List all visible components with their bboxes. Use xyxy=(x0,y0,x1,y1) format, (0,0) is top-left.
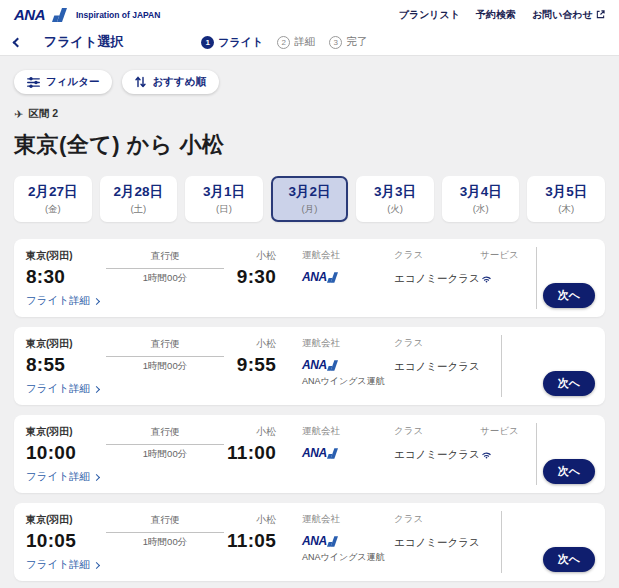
departure-column: 東京(羽田) 10:00 xyxy=(26,425,106,464)
chevron-right-icon xyxy=(93,297,100,304)
date-tab-mar4[interactable]: 3月4日(水) xyxy=(442,176,520,222)
date-label: 3月4日 xyxy=(460,183,502,201)
cabin-class: エコノミークラス xyxy=(394,448,474,462)
flight-path-column: 直行便 1時間00分 xyxy=(106,249,224,288)
flight-path-column: 直行便 1時間00分 xyxy=(106,513,224,564)
flight-card-action-area: 次へ xyxy=(501,327,605,405)
flight-card-content: 東京(羽田) 10:00 直行便 1時間00分 小松 11:00 xyxy=(14,415,536,493)
arrival-time: 9:55 xyxy=(237,354,276,376)
ana-logo-text: ANA xyxy=(302,446,327,460)
page-title: フライト選択 xyxy=(44,33,123,51)
wifi-icon xyxy=(480,446,536,464)
nav-reservation-search-label: 予約検索 xyxy=(476,8,516,22)
flight-details-label: フライト詳細 xyxy=(26,382,90,396)
class-column: クラス エコノミークラス xyxy=(394,513,474,564)
destination-airport: 小松 xyxy=(256,425,276,439)
origin-airport: 東京(羽田) xyxy=(26,513,106,527)
carrier-logo: ANA xyxy=(302,358,394,372)
carrier-logo: ANA xyxy=(302,446,394,460)
carrier-label: 運航会社 xyxy=(302,249,394,262)
flight-type: 直行便 xyxy=(151,426,180,439)
flight-card-content: 東京(羽田) 8:30 直行便 1時間00分 小松 9:30 xyxy=(14,239,536,317)
weekday-label: (月) xyxy=(302,203,318,216)
flight-path-line xyxy=(106,444,224,445)
flight-type: 直行便 xyxy=(151,514,180,527)
class-label: クラス xyxy=(394,513,474,526)
carrier-column: 運航会社 ANA xyxy=(302,425,394,464)
class-label: クラス xyxy=(394,337,474,350)
next-button[interactable]: 次へ xyxy=(543,283,595,308)
carrier-column: 運航会社 ANA xyxy=(302,249,394,288)
class-column: クラス エコノミークラス xyxy=(394,425,474,464)
date-tab-mar5[interactable]: 3月5日(木) xyxy=(527,176,605,222)
toolbar: フィルター おすすめ順 xyxy=(14,70,605,94)
date-tab-feb28[interactable]: 2月28日(土) xyxy=(100,176,178,222)
sort-button-label: おすすめ順 xyxy=(152,75,205,89)
flight-details-link[interactable]: フライト詳細 xyxy=(26,558,99,572)
departure-time: 8:55 xyxy=(26,354,106,376)
ana-logo-slash-icon xyxy=(327,360,338,371)
ana-logo-text: ANA xyxy=(302,534,327,548)
arrival-column: 小松 11:05 xyxy=(224,513,276,564)
next-button[interactable]: 次へ xyxy=(543,459,595,484)
carrier-column: 運航会社 ANA ANAウイングス運航 xyxy=(302,337,394,388)
arrival-column: 小松 11:00 xyxy=(224,425,276,464)
flight-duration: 1時間00分 xyxy=(143,536,187,549)
ana-logo-slash-icon xyxy=(327,536,338,547)
ana-tagline: Inspiration of JAPAN xyxy=(76,10,160,20)
date-label: 3月2日 xyxy=(289,183,331,201)
flight-path-line xyxy=(106,268,224,269)
back-button[interactable] xyxy=(14,39,32,46)
class-column: クラス エコノミークラス xyxy=(394,249,474,288)
chevron-right-icon xyxy=(93,385,100,392)
top-nav: プランリスト 予約検索 お問い合わせ xyxy=(399,8,605,22)
flight-duration: 1時間00分 xyxy=(143,360,187,373)
ana-logo-text: ANA xyxy=(302,358,327,372)
carrier-column: 運航会社 ANA ANAウイングス運航 xyxy=(302,513,394,564)
wifi-icon xyxy=(480,270,536,288)
flight-selection-page: ANA Inspiration of JAPAN プランリスト 予約検索 お問い… xyxy=(0,0,619,588)
date-tab-mar2-selected[interactable]: 3月2日(月) xyxy=(271,176,349,222)
operated-by: ANAウイングス運航 xyxy=(302,375,394,388)
external-link-icon xyxy=(596,10,605,19)
step-indicator: 1 フライト 2 詳細 3 完了 xyxy=(201,35,367,50)
step-complete: 3 完了 xyxy=(329,35,367,49)
flight-details-link[interactable]: フライト詳細 xyxy=(26,294,99,308)
flight-card-action-area: 次へ xyxy=(536,415,605,493)
next-button[interactable]: 次へ xyxy=(543,371,595,396)
service-label: サービス xyxy=(480,425,536,438)
next-button[interactable]: 次へ xyxy=(543,547,595,572)
date-tab-mar3[interactable]: 3月3日(火) xyxy=(356,176,434,222)
filter-icon xyxy=(27,77,40,88)
chevron-left-icon xyxy=(13,37,23,47)
nav-plan-list[interactable]: プランリスト xyxy=(399,8,460,22)
ana-logo-slash-icon xyxy=(327,272,338,283)
segment-row: ✈ 区間 2 xyxy=(14,107,605,121)
nav-contact[interactable]: お問い合わせ xyxy=(532,8,605,22)
carrier-logo: ANA xyxy=(302,270,394,284)
weekday-label: (木) xyxy=(558,203,574,216)
carrier-label: 運航会社 xyxy=(302,337,394,350)
route-title: 東京(全て) から 小松 xyxy=(14,130,605,160)
date-tab-mar1[interactable]: 3月1日(日) xyxy=(185,176,263,222)
ana-logo[interactable]: ANA Inspiration of JAPAN xyxy=(14,6,160,23)
flight-path-line xyxy=(106,532,224,533)
date-label: 3月5日 xyxy=(545,183,587,201)
flight-details-link[interactable]: フライト詳細 xyxy=(26,470,99,484)
date-label: 3月3日 xyxy=(374,183,416,201)
ana-logo-slash-icon xyxy=(327,448,338,459)
flight-details-label: フライト詳細 xyxy=(26,470,90,484)
sort-button[interactable]: おすすめ順 xyxy=(122,70,218,94)
ana-logo-text: ANA xyxy=(302,270,327,284)
step-details: 2 詳細 xyxy=(277,35,315,49)
flight-details-link[interactable]: フライト詳細 xyxy=(26,382,99,396)
step-complete-label: 完了 xyxy=(346,35,367,49)
flight-duration: 1時間00分 xyxy=(143,272,187,285)
flight-type: 直行便 xyxy=(151,338,180,351)
date-tab-feb27[interactable]: 2月27日(金) xyxy=(14,176,92,222)
arrival-column: 小松 9:55 xyxy=(224,337,276,388)
filter-button[interactable]: フィルター xyxy=(14,70,112,94)
flight-details-label: フライト詳細 xyxy=(26,294,90,308)
nav-reservation-search[interactable]: 予約検索 xyxy=(476,8,516,22)
chevron-right-icon xyxy=(93,473,100,480)
